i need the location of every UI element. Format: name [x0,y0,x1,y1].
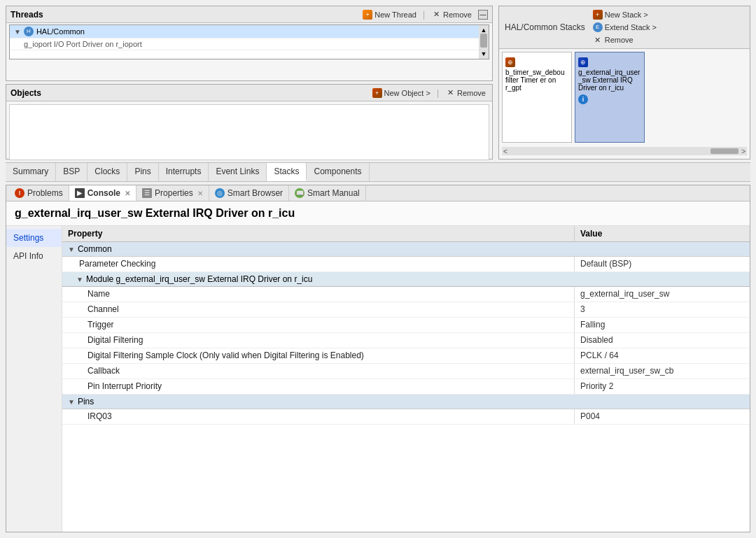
prop-pin-priority-label: Pin Interrupt Priority [62,379,575,394]
extend-stack-label: Extend Stack > [605,23,657,31]
console-icon: ▶ [75,188,85,198]
hal-stacks-header: HAL/Common Stacks + New Stack > E Extend… [499,6,750,49]
sidebar-item-settings[interactable]: Settings [6,229,62,247]
scroll-right-icon[interactable]: > [741,148,746,155]
prop-digital-filtering-clock-value: PCLK / 64 [575,348,750,363]
common-chevron: ▼ [68,246,75,253]
new-object-button[interactable]: + New Object > [370,87,433,99]
thread-sub-item[interactable]: g_ioport I/O Port Driver on r_ioport [10,38,479,50]
module-chevron: ▼ [76,276,83,283]
prop-name-label: Name [62,287,575,302]
tab-smart-manual[interactable]: 📖 Smart Manual [289,185,366,201]
group-module[interactable]: ▼ Module g_external_irq_user_sw External… [62,272,750,287]
pins-chevron: ▼ [68,398,75,406]
left-panels: Threads + New Thread | ✕ Remove — [6,6,493,160]
group-module-label: ▼ Module g_external_irq_user_sw External… [62,272,750,286]
scroll-up-icon[interactable]: ▲ [481,27,487,34]
extend-stack-icon: E [593,22,603,32]
threads-panel-header: Threads + New Thread | ✕ Remove — [6,6,492,23]
thread-list-content: ▼ H HAL/Common g_ioport I/O Port Driver … [10,25,479,59]
hal-chevron: ▼ [14,28,21,36]
prop-irq03-value: P004 [575,409,750,424]
module-label-text: Module g_external_irq_user_sw External I… [86,274,312,284]
minimize-threads-icon[interactable]: — [478,10,488,20]
prop-row-callback[interactable]: Callback external_irq_user_sw_cb [62,364,750,379]
prop-row-param-checking[interactable]: Parameter Checking Default (BSP) [62,257,750,272]
tab-console[interactable]: ▶ Console ✕ [69,185,136,201]
threads-scrollbar[interactable]: ▲ ▼ [479,25,489,59]
prop-row-digital-filtering-clock[interactable]: Digital Filtering Sample Clock (Only val… [62,348,750,364]
sidebar-item-api-info[interactable]: API Info [6,247,62,265]
properties-close-icon[interactable]: ✕ [197,190,203,197]
problems-icon: ! [15,188,24,198]
prop-row-channel[interactable]: Channel 3 [62,302,750,318]
remove-object-label: Remove [457,89,486,97]
bottom-content: ! Problems ▶ Console ✕ ☰ Properties ✕ ◎ … [6,185,750,532]
tab-components[interactable]: Components [307,163,369,181]
prop-digital-filtering-clock-label: Digital Filtering Sample Clock (Only val… [62,348,575,363]
scroll-left-icon[interactable]: < [503,148,507,155]
stacks-content: ⊕ b_timer_sw_debou filter Timer er on r_… [499,49,750,146]
stack-card-2[interactable]: ⊕ g_external_irq_user_sw External IRQ Dr… [575,52,645,143]
stack-icon-2: ⊕ [578,57,588,67]
remove-stack-button[interactable]: ✕ Remove [591,34,659,45]
tab-bsp[interactable]: BSP [56,163,88,181]
hal-common-label: HAL/Common [36,27,85,36]
thread-list-item-hal[interactable]: ▼ H HAL/Common [10,25,479,38]
console-close-icon[interactable]: ✕ [125,190,130,197]
tab-summary[interactable]: Summary [6,163,56,181]
stack-card-1[interactable]: ⊕ b_timer_sw_debou filter Timer er on r_… [502,52,572,143]
tab-problems[interactable]: ! Problems [9,185,69,201]
stack-card-2-label: g_external_irq_user_sw External IRQ Driv… [578,69,641,92]
tab-stacks[interactable]: Stacks [267,163,307,181]
properties-label: Properties [155,188,193,198]
stack-icon-1: ⊕ [505,57,515,67]
hal-stacks-label: HAL/Common Stacks [505,22,585,32]
stack-card-2-icon: ⊕ [578,55,641,67]
common-label-text: Common [78,244,112,254]
top-row: Threads + New Thread | ✕ Remove — [6,6,750,160]
prop-row-digital-filtering[interactable]: Digital Filtering Disabled [62,333,750,348]
scroll-down-icon[interactable]: ▼ [481,50,487,57]
scrollbar-thumb [480,34,487,48]
objects-content [9,104,489,160]
threads-panel-actions: + New Thread | ✕ Remove — [360,9,488,20]
prop-digital-filtering-value: Disabled [575,333,750,348]
group-common[interactable]: ▼ Common [62,242,750,257]
tab-event-links[interactable]: Event Links [209,163,267,181]
new-stack-label: New Stack > [605,10,648,19]
stacks-scrollbar[interactable]: < > [502,147,747,155]
prop-row-pin-interrupt-priority[interactable]: Pin Interrupt Priority Priority 2 [62,379,750,395]
objects-divider: | [437,88,439,98]
objects-panel-header: Objects + New Object > | ✕ Remove [6,85,492,101]
new-thread-button[interactable]: + New Thread [360,9,419,20]
new-stack-button[interactable]: + New Stack > [591,9,659,20]
group-pins[interactable]: ▼ Pins [62,395,750,409]
remove-object-button[interactable]: ✕ Remove [443,87,488,99]
threads-title: Threads [10,10,43,20]
remove-thread-button[interactable]: ✕ Remove [429,9,474,20]
new-thread-label: New Thread [374,10,416,19]
prop-row-irq03[interactable]: IRQ03 P004 [62,409,750,425]
pins-label-text: Pins [78,397,94,406]
prop-row-name[interactable]: Name g_external_irq_user_sw [62,287,750,302]
remove-stack-label: Remove [605,36,634,44]
smart-manual-label: Smart Manual [307,188,360,198]
hal-stacks-actions: + New Stack > E Extend Stack > ✕ Remove [591,9,659,45]
tab-smart-browser[interactable]: ◎ Smart Browser [209,185,289,201]
value-col-header: Value [575,226,750,241]
tab-pins[interactable]: Pins [127,163,158,181]
stack-card-1-label: b_timer_sw_debou filter Timer er on r_gp… [505,69,568,92]
divider: | [423,10,425,20]
tab-properties[interactable]: ☰ Properties ✕ [136,185,209,201]
param-checking-value: Default (BSP) [575,257,750,271]
extend-stack-button[interactable]: E Extend Stack > [591,22,659,33]
component-title: g_external_irq_user_sw External IRQ Driv… [6,201,750,226]
remove-thread-icon: ✕ [431,10,441,20]
prop-row-trigger[interactable]: Trigger Falling [62,318,750,333]
hal-icon: H [24,27,34,36]
stack-card-2-info: i [578,94,641,104]
tab-clocks[interactable]: Clocks [88,163,127,181]
tab-interrupts[interactable]: Interrupts [159,163,209,181]
objects-panel-actions: + New Object > | ✕ Remove [370,87,488,99]
